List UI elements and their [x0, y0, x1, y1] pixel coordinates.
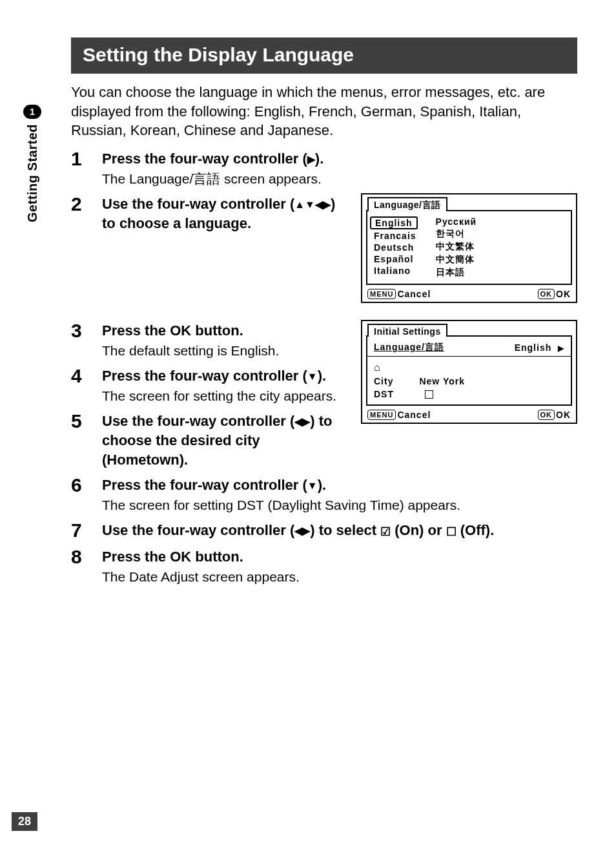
- step-description: The Language/言語 screen appears.: [102, 170, 577, 188]
- step-number: 3: [71, 320, 102, 341]
- step-heading: Press the four-way controller (▼).: [102, 476, 577, 495]
- step-1: 1 Press the four-way controller (▶). The…: [71, 148, 577, 188]
- menu-cancel-label: MENUCancel: [367, 410, 431, 420]
- page-number: 28: [12, 812, 37, 831]
- step-heading: Use the four-way controller (▲▼◀▶) to ch…: [102, 194, 349, 233]
- figure-title: Initial Settings: [367, 324, 447, 337]
- language-option: Francais: [374, 231, 418, 241]
- four-way-arrows-icon: ▲▼◀▶: [294, 199, 331, 210]
- right-triangle-icon: ▶: [558, 344, 564, 353]
- home-icon: [374, 362, 380, 373]
- language-option: Русский: [436, 216, 477, 227]
- left-right-arrows-icon: ◀▶: [294, 416, 310, 427]
- chapter-title: Getting Started: [25, 124, 40, 222]
- language-option: Español: [374, 254, 418, 264]
- dst-checkbox-empty-icon: [425, 390, 433, 399]
- menu-cancel-label: MENUCancel: [367, 289, 431, 299]
- step-3: 3 Press the OK button. The default setti…: [71, 320, 349, 360]
- ok-ok-label: OKOK: [538, 410, 571, 420]
- right-arrow-icon: ▶: [307, 154, 315, 165]
- step-description: The screen for setting DST (Daylight Sav…: [102, 496, 577, 514]
- dst-row-label: DST: [374, 389, 394, 399]
- down-arrow-icon: ▼: [307, 371, 318, 382]
- ok-button-icon: OK: [538, 289, 555, 299]
- ok-ok-label: OKOK: [538, 289, 571, 299]
- figure-title: Language/言語: [367, 197, 447, 211]
- language-option: 日本語: [436, 267, 477, 278]
- language-option: 한국어: [436, 228, 477, 240]
- initial-settings-figure: Initial Settings Language/言語 English ▶ C…: [361, 320, 577, 424]
- step-number: 6: [71, 474, 102, 496]
- ok-button-icon: OK: [538, 410, 555, 420]
- step-heading: Press the four-way controller (▼).: [102, 366, 349, 386]
- chapter-number-badge: 1: [23, 105, 41, 119]
- step-number: 5: [71, 410, 102, 432]
- ok-button-label: OK: [170, 549, 191, 565]
- step-heading: Press the four-way controller (▶).: [102, 149, 577, 169]
- step-2: 2 Use the four-way controller (▲▼◀▶) to …: [71, 193, 349, 233]
- checkbox-on-icon: [380, 522, 391, 538]
- step-number: 8: [71, 546, 102, 567]
- step-description: The default setting is English.: [102, 342, 349, 360]
- down-arrow-icon: ▼: [307, 480, 318, 491]
- language-row-value: English ▶: [515, 342, 564, 353]
- language-option-selected: English: [370, 216, 418, 229]
- step-heading: Press the OK button.: [102, 547, 577, 567]
- left-right-arrows-icon: ◀▶: [294, 525, 310, 536]
- step-number: 1: [71, 148, 102, 169]
- step-description: The screen for setting the city appears.: [102, 387, 349, 405]
- language-option: 中文簡体: [436, 254, 477, 266]
- language-row-label: Language/言語: [374, 342, 444, 353]
- section-title: Setting the Display Language: [71, 37, 577, 74]
- step-4: 4 Press the four-way controller (▼). The…: [71, 365, 349, 405]
- step-8: 8 Press the OK button. The Date Adjust s…: [71, 546, 577, 586]
- city-row-label: City: [374, 376, 393, 386]
- ok-button-label: OK: [170, 322, 191, 339]
- step-7: 7 Use the four-way controller (◀▶) to se…: [71, 519, 577, 541]
- step-heading: Use the four-way controller (◀▶) to sele…: [102, 521, 577, 540]
- language-option: Italiano: [374, 266, 418, 276]
- checkbox-off-icon: [446, 522, 457, 538]
- step-description: The Date Adjust screen appears.: [102, 568, 577, 586]
- step-number: 4: [71, 365, 102, 386]
- step-6: 6 Press the four-way controller (▼). The…: [71, 474, 577, 514]
- step-5: 5 Use the four-way controller (◀▶) to ch…: [71, 410, 349, 469]
- intro-paragraph: You can choose the language in which the…: [71, 83, 577, 140]
- language-option: Deutsch: [374, 242, 418, 253]
- step-number: 7: [71, 519, 102, 541]
- step-heading: Press the OK button.: [102, 321, 349, 341]
- language-screen-figure: Language/言語 English Francais Deutsch Esp…: [361, 193, 577, 303]
- chapter-tab: 1 Getting Started: [19, 105, 45, 222]
- language-option: 中文繁体: [436, 241, 477, 253]
- step-heading: Use the four-way controller (◀▶) to choo…: [102, 412, 349, 469]
- step-number: 2: [71, 193, 102, 215]
- city-row-value: New York: [419, 376, 465, 386]
- menu-button-icon: MENU: [367, 289, 396, 299]
- menu-button-icon: MENU: [367, 410, 396, 420]
